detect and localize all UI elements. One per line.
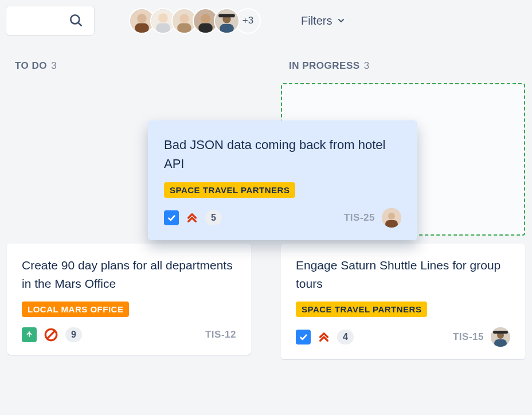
column-title: IN PROGRESS <box>289 60 360 71</box>
epic-label: SPACE TRAVEL PARTNERS <box>164 182 295 198</box>
column-header: TO DO 3 <box>7 60 251 72</box>
column-header: IN PROGRESS 3 <box>281 60 525 72</box>
card-title: Engage Saturn Shuttle Lines for group to… <box>296 256 510 292</box>
chevron-down-icon <box>337 16 346 25</box>
assignee-avatar[interactable] <box>491 327 510 347</box>
svg-rect-13 <box>198 23 213 32</box>
svg-rect-26 <box>385 220 398 228</box>
blocked-icon <box>44 327 58 342</box>
column-count: 3 <box>364 60 370 71</box>
epic-label: SPACE TRAVEL PARTNERS <box>296 302 427 317</box>
issue-key: TIS-12 <box>205 329 236 340</box>
svg-point-9 <box>179 14 189 23</box>
svg-line-19 <box>47 331 55 339</box>
svg-point-3 <box>137 14 146 23</box>
svg-rect-17 <box>218 14 235 17</box>
avatar-overflow-label: +3 <box>242 15 253 26</box>
issue-card[interactable]: Engage Saturn Shuttle Lines for group to… <box>281 244 525 359</box>
avatar-stack: +3 <box>129 8 261 34</box>
issuetype-story-icon <box>22 327 37 342</box>
priority-highest-icon <box>318 331 330 343</box>
avatar[interactable] <box>214 8 240 34</box>
issuetype-task-icon <box>164 210 179 225</box>
svg-point-6 <box>158 13 167 22</box>
search-box[interactable] <box>6 6 95 36</box>
svg-rect-4 <box>135 23 149 32</box>
svg-rect-7 <box>156 23 170 32</box>
svg-rect-22 <box>494 339 507 347</box>
story-points: 5 <box>205 210 222 225</box>
filters-button[interactable]: Filters <box>301 14 346 28</box>
card-title: Create 90 day plans for all departments … <box>22 256 236 292</box>
issuetype-task-icon <box>296 330 311 344</box>
svg-line-1 <box>78 22 81 25</box>
issue-key: TIS-25 <box>344 212 375 224</box>
svg-point-25 <box>388 213 395 220</box>
assignee-avatar[interactable] <box>382 208 401 228</box>
search-icon <box>69 13 84 28</box>
epic-label: LOCAL MARS OFFICE <box>22 302 129 317</box>
column-count: 3 <box>51 60 57 71</box>
priority-highest-icon <box>186 212 198 224</box>
svg-rect-23 <box>493 331 508 334</box>
issue-key: TIS-15 <box>453 331 484 343</box>
issue-card[interactable]: Create 90 day plans for all departments … <box>7 244 251 355</box>
filters-label: Filters <box>301 14 332 28</box>
svg-point-12 <box>201 14 210 23</box>
column-title: TO DO <box>15 60 47 71</box>
svg-rect-10 <box>177 23 191 32</box>
story-points: 9 <box>65 327 82 342</box>
card-title: Bad JSON data coming back from hotel API <box>164 135 401 173</box>
dragging-card[interactable]: Bad JSON data coming back from hotel API… <box>148 120 417 240</box>
story-points: 4 <box>337 330 354 344</box>
svg-rect-16 <box>220 24 234 32</box>
